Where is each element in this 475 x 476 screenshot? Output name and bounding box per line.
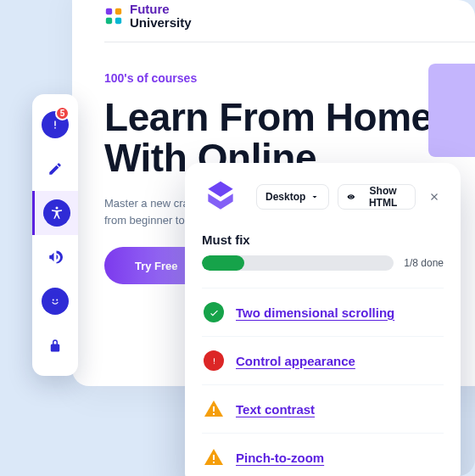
pencil-icon (48, 161, 63, 176)
svg-rect-14 (213, 413, 215, 415)
megaphone-icon (48, 249, 63, 265)
show-html-button[interactable]: Show HTML (338, 184, 416, 210)
brand-icon (104, 7, 123, 25)
svg-rect-5 (54, 121, 56, 126)
check-icon (204, 302, 224, 322)
viewport-select[interactable]: Desktop (256, 184, 329, 210)
show-html-label: Show HTML (360, 185, 406, 209)
svg-rect-15 (213, 455, 215, 460)
brand-line1: Future (130, 3, 192, 16)
toolbar-item-feedback[interactable] (32, 279, 78, 323)
alerts-badge: 5 (55, 106, 70, 120)
close-icon (428, 191, 440, 203)
divider (104, 42, 475, 42)
hero-accent-block (428, 64, 475, 157)
svg-rect-16 (213, 462, 215, 463)
toolbar-item-alerts[interactable]: 5 (32, 103, 78, 147)
warning-icon (204, 447, 224, 468)
progress-bar (202, 255, 394, 271)
cta-label: Try Free (135, 260, 178, 272)
issue-row[interactable]: Control appearance (202, 336, 444, 384)
issue-link[interactable]: Control appearance (236, 354, 355, 368)
smile-icon (48, 294, 63, 309)
site-logo: Future University (104, 3, 475, 30)
issue-link[interactable]: Text contrast (236, 402, 315, 417)
toolbar-item-accessibility[interactable] (32, 191, 78, 235)
issue-link[interactable]: Pinch-to-zoom (236, 451, 324, 465)
accessibility-panel: Desktop Show HTML Must fix 1/8 done Two … (185, 163, 461, 476)
toolbar-item-edit[interactable] (32, 147, 78, 191)
warning-icon (204, 399, 224, 419)
svg-rect-2 (106, 18, 112, 24)
progress-text: 1/8 done (404, 257, 444, 269)
chevron-down-icon (310, 192, 320, 202)
issue-link[interactable]: Two dimensional scrolling (236, 305, 394, 320)
lock-icon (48, 338, 63, 353)
issue-row[interactable]: Text contrast (202, 384, 444, 433)
panel-logo-icon (202, 178, 239, 216)
svg-rect-12 (213, 362, 214, 363)
eyebrow: 100's of courses (104, 71, 475, 85)
svg-point-10 (56, 300, 58, 301)
eye-icon (347, 192, 355, 202)
svg-rect-6 (54, 127, 56, 129)
svg-point-7 (55, 207, 58, 210)
svg-rect-11 (213, 358, 214, 361)
svg-rect-13 (213, 406, 215, 412)
svg-point-9 (53, 300, 54, 301)
svg-point-8 (49, 295, 62, 308)
issue-row[interactable]: Pinch-to-zoom (202, 433, 444, 476)
brand-line2: University (130, 16, 192, 30)
error-icon (204, 350, 224, 371)
issue-toolbar: 5 (32, 94, 78, 376)
close-button[interactable] (424, 185, 444, 209)
svg-rect-1 (115, 8, 121, 14)
svg-rect-0 (106, 8, 112, 14)
toolbar-item-announce[interactable] (32, 235, 78, 279)
mustfix-heading: Must fix (202, 232, 444, 247)
toolbar-item-lock[interactable] (32, 323, 78, 367)
viewport-label: Desktop (265, 191, 305, 203)
svg-rect-3 (115, 18, 121, 24)
issue-row[interactable]: Two dimensional scrolling (202, 288, 444, 336)
accessibility-icon (49, 205, 64, 221)
